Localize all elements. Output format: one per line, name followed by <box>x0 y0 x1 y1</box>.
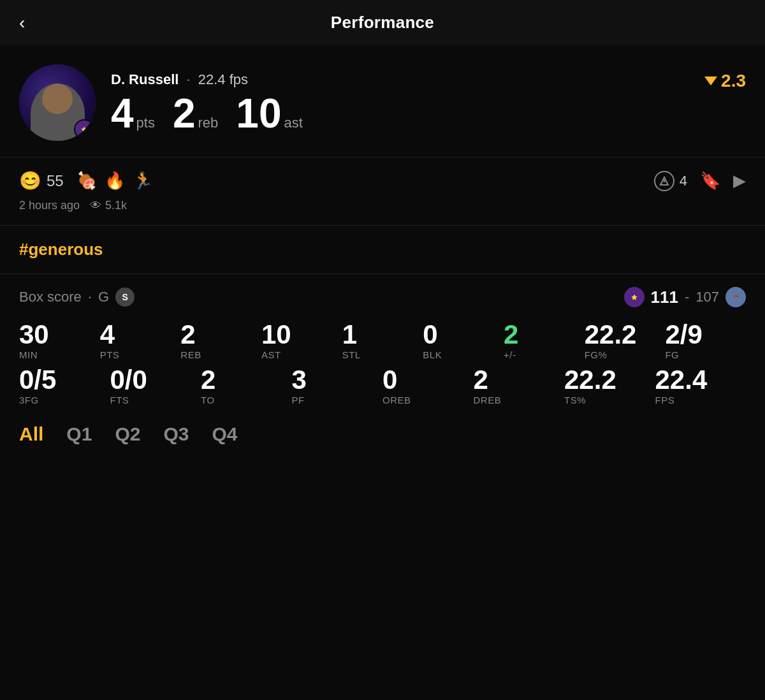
stat-value: 0/5 <box>19 365 110 395</box>
stat-label: PTS <box>100 349 181 360</box>
player-score: 2.3 <box>721 71 746 91</box>
stats-grid-row2: 0/53FG0/0FTS2TO3PF0OREB2DREB22.2TS%22.4F… <box>19 365 746 405</box>
starter-badge: S <box>115 288 135 307</box>
quarter-tab-q3[interactable]: Q3 <box>163 423 189 445</box>
quarter-tab-all[interactable]: All <box>19 423 43 445</box>
player-reb: 2 reb <box>173 93 218 134</box>
player-avatar: ⭐ <box>19 64 96 141</box>
player-name-fps: D. Russell · 22.4 fps <box>111 71 704 88</box>
player-name: D. Russell <box>111 71 178 87</box>
lakers-logo: ⭐ <box>624 287 645 307</box>
stat-value: 10 <box>261 320 342 349</box>
stat-cell: 2DREB <box>474 365 565 405</box>
stat-label: FTS <box>110 395 201 405</box>
player-score-badge: 2.3 <box>704 71 746 91</box>
reaction-icon-1[interactable]: 🍖 <box>76 171 97 191</box>
stat-label: DREB <box>474 395 565 405</box>
hashtag-section: #generous <box>0 226 765 274</box>
stat-cell: 1STL <box>342 320 423 360</box>
stat-cell: 2REB <box>180 320 261 360</box>
reaction-count: 55 <box>47 172 64 190</box>
vote-badge[interactable]: 4 <box>654 171 687 191</box>
stat-cell: 0/53FG <box>19 365 110 405</box>
view-count: 5.1k <box>105 199 127 212</box>
lakers-score: 111 <box>651 288 678 307</box>
stats-row-1: 30MIN4PTS2REB10AST1STL0BLK2+/-22.2FG%2/9… <box>19 320 746 360</box>
boxscore-section: Box score · G S ⭐ 111 - 107 🐻 30MIN4PTS2… <box>0 274 765 458</box>
stat-value: 30 <box>19 320 100 349</box>
lakers-badge: ⭐ <box>74 119 94 140</box>
stat-value: 0 <box>382 365 474 395</box>
page-title: Performance <box>19 13 746 33</box>
stat-label: MIN <box>19 349 100 360</box>
stat-value: 2 <box>180 320 261 349</box>
stat-value: 22.2 <box>585 320 666 349</box>
stat-label: TS% <box>564 395 655 405</box>
time-ago: 2 hours ago <box>19 199 80 212</box>
reactions-section: 😊 55 🍖 🔥 🏃 4 🔖 ▶ 2 hours ago 👁 <box>0 157 765 226</box>
stat-value: 1 <box>342 320 423 349</box>
stat-value: 2 <box>201 365 292 395</box>
stat-cell: 2TO <box>201 365 292 405</box>
stat-label: FG% <box>585 349 666 360</box>
stat-value: 3 <box>292 365 383 395</box>
stat-cell: 22.2FG% <box>585 320 666 360</box>
hashtag-text[interactable]: #generous <box>19 240 103 259</box>
reactions-right: 4 🔖 ▶ <box>654 171 746 191</box>
grizzlies-logo: 🐻 <box>725 287 746 307</box>
back-button[interactable]: ‹ <box>19 13 25 33</box>
stat-label: FPS <box>655 395 747 405</box>
reaction-icons-group: 🍖 🔥 🏃 <box>76 171 654 191</box>
boxscore-header: Box score · G S ⭐ 111 - 107 🐻 <box>19 287 746 307</box>
stat-value: 2 <box>474 365 565 395</box>
quarter-tab-q1[interactable]: Q1 <box>66 423 92 445</box>
stat-value: 0/0 <box>110 365 201 395</box>
stat-label: STL <box>342 349 423 360</box>
share-icon[interactable]: ▶ <box>733 171 746 191</box>
reactions-row: 😊 55 🍖 🔥 🏃 4 🔖 ▶ <box>19 170 746 191</box>
quarter-tab-q4[interactable]: Q4 <box>212 423 237 445</box>
grizzlies-score: 107 <box>696 289 719 305</box>
stat-cell: 4PTS <box>100 320 181 360</box>
stat-value: 22.4 <box>655 365 747 395</box>
stat-cell: 10AST <box>261 320 342 360</box>
stat-label: BLK <box>423 349 504 360</box>
stat-cell: 2/9FG <box>665 320 746 360</box>
reaction-icon-2[interactable]: 🔥 <box>105 171 125 191</box>
stat-cell: 3PF <box>292 365 383 405</box>
stat-cell: 0OREB <box>382 365 474 405</box>
player-section: ⭐ D. Russell · 22.4 fps 4 pts 2 reb 10 a… <box>0 45 765 157</box>
stat-cell: 2+/- <box>504 320 585 360</box>
stat-cell: 0/0FTS <box>110 365 201 405</box>
stat-cell: 30MIN <box>19 320 100 360</box>
header: ‹ Performance <box>0 0 765 45</box>
stat-label: FG <box>665 349 746 360</box>
stat-label: OREB <box>382 395 474 405</box>
meta-views: 👁 5.1k <box>90 199 127 212</box>
player-fps: 22.4 fps <box>198 71 248 87</box>
vote-icon <box>654 171 674 191</box>
stat-value: 22.2 <box>564 365 655 395</box>
boxscore-title: Box score · G S <box>19 288 135 307</box>
vote-count: 4 <box>680 173 687 189</box>
stat-label: TO <box>201 395 292 405</box>
reaction-icon-3[interactable]: 🏃 <box>133 171 153 191</box>
stat-value: 2/9 <box>665 320 746 349</box>
stat-cell: 22.4FPS <box>655 365 747 405</box>
stat-label: AST <box>261 349 342 360</box>
stat-label: REB <box>180 349 261 360</box>
player-ast: 10 ast <box>236 93 303 134</box>
meta-row: 2 hours ago 👁 5.1k <box>19 199 746 212</box>
game-score: ⭐ 111 - 107 🐻 <box>624 287 746 307</box>
bookmark-icon[interactable]: 🔖 <box>700 171 720 191</box>
player-stats-row: 4 pts 2 reb 10 ast <box>111 93 704 134</box>
player-info: D. Russell · 22.4 fps 4 pts 2 reb 10 ast <box>111 71 704 134</box>
stat-cell: 22.2TS% <box>564 365 655 405</box>
quarter-tabs: AllQ1Q2Q3Q4 <box>19 411 746 445</box>
player-pts: 4 pts <box>111 93 155 134</box>
reaction-emoji[interactable]: 😊 <box>19 170 41 191</box>
eye-icon: 👁 <box>90 199 101 212</box>
stat-label: PF <box>292 395 383 405</box>
stat-value: 0 <box>423 320 504 349</box>
quarter-tab-q2[interactable]: Q2 <box>115 423 140 445</box>
